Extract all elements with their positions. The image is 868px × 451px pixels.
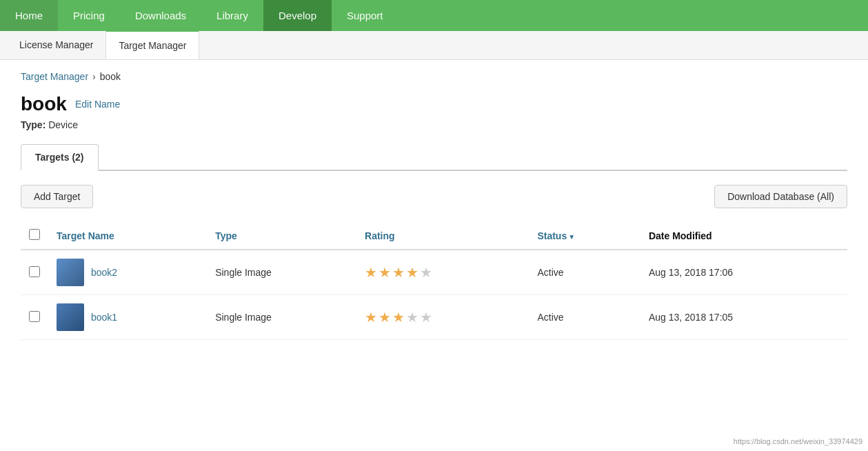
table-header-row: Target Name Type Rating Status▼ Date Mod… bbox=[21, 222, 847, 250]
col-header-rating[interactable]: Rating bbox=[356, 222, 529, 250]
star-4: ★ bbox=[406, 264, 418, 281]
type-line: Type: Device bbox=[21, 119, 847, 130]
page-title: book bbox=[21, 93, 67, 115]
add-target-button[interactable]: Add Target bbox=[21, 185, 93, 208]
cell-name-book1: book1 bbox=[48, 295, 207, 340]
cell-status-book1: Active bbox=[529, 295, 640, 340]
subnav-target-manager[interactable]: Target Manager bbox=[105, 30, 199, 59]
target-link-book2[interactable]: book2 bbox=[91, 267, 117, 278]
star-5: ★ bbox=[420, 264, 432, 281]
type-value: Device bbox=[48, 119, 78, 130]
tab-targets[interactable]: Targets (2) bbox=[21, 144, 99, 171]
top-navigation: Home Pricing Downloads Library Develop S… bbox=[0, 0, 868, 31]
breadcrumb-parent-link[interactable]: Target Manager bbox=[21, 71, 88, 82]
select-all-header bbox=[21, 222, 48, 250]
col-header-target-name[interactable]: Target Name bbox=[48, 222, 207, 250]
nav-downloads[interactable]: Downloads bbox=[120, 0, 201, 31]
tabs-container: Targets (2) bbox=[21, 144, 847, 171]
row-checkbox-book2[interactable] bbox=[29, 266, 40, 277]
nav-develop[interactable]: Develop bbox=[263, 0, 332, 31]
cell-name-book2: book2 bbox=[48, 250, 207, 295]
star-4: ★ bbox=[406, 309, 418, 325]
target-link-book1[interactable]: book1 bbox=[91, 312, 117, 323]
edit-name-link[interactable]: Edit Name bbox=[75, 99, 120, 110]
targets-table: Target Name Type Rating Status▼ Date Mod… bbox=[21, 222, 847, 340]
star-rating: ★★★★★ bbox=[365, 309, 521, 325]
table-row: book2 Single Image★★★★★ActiveAug 13, 201… bbox=[21, 250, 847, 295]
cell-date-book2: Aug 13, 2018 17:06 bbox=[640, 250, 847, 295]
row-checkbox-book1[interactable] bbox=[29, 311, 40, 322]
star-rating: ★★★★★ bbox=[365, 264, 521, 281]
nav-home[interactable]: Home bbox=[0, 0, 58, 31]
cell-date-book1: Aug 13, 2018 17:05 bbox=[640, 295, 847, 340]
breadcrumb: Target Manager › book bbox=[21, 71, 847, 82]
cell-type-book2: Single Image bbox=[207, 250, 356, 295]
cell-rating-book1: ★★★★★ bbox=[356, 295, 529, 340]
star-1: ★ bbox=[365, 264, 377, 281]
star-1: ★ bbox=[365, 309, 377, 325]
star-5: ★ bbox=[420, 309, 432, 325]
download-database-button[interactable]: Download Database (All) bbox=[714, 185, 847, 208]
nav-support[interactable]: Support bbox=[332, 0, 398, 31]
action-bar: Add Target Download Database (All) bbox=[21, 185, 847, 208]
star-3: ★ bbox=[392, 264, 405, 281]
breadcrumb-separator: › bbox=[92, 71, 96, 82]
subnav-license-manager[interactable]: License Manager bbox=[7, 31, 105, 59]
cell-status-book2: Active bbox=[529, 250, 640, 295]
sub-navigation: License Manager Target Manager bbox=[0, 31, 868, 60]
col-header-status[interactable]: Status▼ bbox=[529, 222, 640, 250]
type-label: Type: bbox=[21, 119, 46, 130]
cell-rating-book2: ★★★★★ bbox=[356, 250, 529, 295]
breadcrumb-current: book bbox=[100, 71, 121, 82]
main-content: Target Manager › book book Edit Name Typ… bbox=[0, 60, 868, 351]
target-thumb-book2 bbox=[57, 259, 84, 286]
cell-type-book1: Single Image bbox=[207, 295, 356, 340]
table-row: book1 Single Image★★★★★ActiveAug 13, 201… bbox=[21, 295, 847, 340]
star-3: ★ bbox=[392, 309, 405, 325]
sort-icon: ▼ bbox=[568, 233, 575, 241]
star-2: ★ bbox=[379, 309, 391, 325]
col-header-date: Date Modified bbox=[640, 222, 847, 250]
star-2: ★ bbox=[379, 264, 391, 281]
title-area: book Edit Name bbox=[21, 93, 847, 115]
col-header-type[interactable]: Type bbox=[207, 222, 356, 250]
select-all-checkbox[interactable] bbox=[29, 229, 40, 240]
nav-library[interactable]: Library bbox=[201, 0, 263, 31]
nav-pricing[interactable]: Pricing bbox=[58, 0, 120, 31]
target-thumb-book1 bbox=[57, 303, 84, 331]
